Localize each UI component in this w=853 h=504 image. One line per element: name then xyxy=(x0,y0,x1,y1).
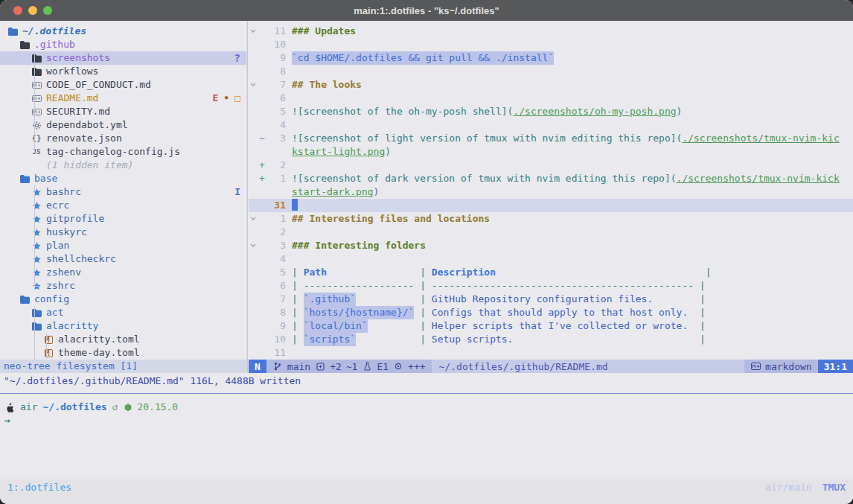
code-segment xyxy=(688,306,700,319)
pane-separator-vertical[interactable] xyxy=(246,21,248,373)
file-path: ~/.dotfiles/.github/README.md xyxy=(432,360,744,373)
minimize-button[interactable] xyxy=(28,6,37,15)
editor-line[interactable]: 6| ------------------- | ---------------… xyxy=(249,279,853,293)
fold-chevron-icon[interactable] xyxy=(249,78,258,92)
tree-item[interactable]: README.mdE•□ xyxy=(0,92,246,105)
markdown-file-icon xyxy=(31,109,42,115)
editor-line[interactable]: 10| `scripts` | Setup scripts. | xyxy=(249,333,853,346)
line-number: 9 xyxy=(266,51,286,65)
tree-item[interactable]: gitprofile xyxy=(0,212,246,226)
prompt-hostname: air xyxy=(20,401,37,414)
code-segment: | xyxy=(700,319,706,333)
editor-line[interactable]: ~3![screenshot of light version of tmux … xyxy=(249,132,853,145)
editor-line[interactable]: 5| Path | Description | xyxy=(249,266,853,279)
item-badge: □ xyxy=(234,92,240,105)
editor-line[interactable]: start-dark.png) xyxy=(249,185,853,199)
close-button[interactable] xyxy=(13,6,22,15)
tmux-pane-divider[interactable] xyxy=(0,393,853,394)
window-title: main:1:.dotfiles - "ks~/.dotfiles" xyxy=(354,5,499,16)
fold-chevron-icon[interactable] xyxy=(249,212,258,226)
tree-item[interactable]: SECURITY.md xyxy=(0,105,246,118)
maximize-button[interactable] xyxy=(43,6,52,15)
editor-line[interactable]: 31 xyxy=(249,199,853,212)
editor-line[interactable]: 9| `local/bin` | Helper scripts that I'v… xyxy=(249,319,853,333)
editor-line[interactable]: 2 xyxy=(249,226,853,239)
editor-line[interactable]: 1## Interesting files and locations xyxy=(249,212,853,226)
editor-line[interactable]: 3### Interesting folders xyxy=(249,239,853,252)
line-number: 6 xyxy=(266,279,286,293)
editor-line[interactable]: +1![screenshot of dark version of tmux w… xyxy=(249,172,853,185)
prompt-arrow[interactable]: → xyxy=(0,414,10,427)
tree-item[interactable]: alacritty xyxy=(0,319,246,333)
fold-chevron-icon[interactable] xyxy=(249,239,258,252)
editor-line[interactable]: 6 xyxy=(249,92,853,105)
line-number: 7 xyxy=(266,293,286,306)
tree-item[interactable]: workflows xyxy=(0,65,246,78)
text-cursor xyxy=(292,199,298,211)
tree-item[interactable]: config xyxy=(0,293,246,306)
editor-line[interactable]: 7| `.github` | GitHub Repository configu… xyxy=(249,293,853,306)
tree-item[interactable]: ecrc xyxy=(0,199,246,212)
code-segment: | xyxy=(292,319,304,333)
tree-item[interactable]: act xyxy=(0,306,246,319)
tree-item[interactable]: CODE_OF_CONDUCT.md xyxy=(0,78,246,92)
editor-line[interactable]: +2 xyxy=(249,159,853,172)
code-segment: Setup scripts. xyxy=(432,333,514,346)
git-sign xyxy=(258,346,266,360)
tree-item[interactable]: {}renovate.json xyxy=(0,132,246,145)
line-number: 3 xyxy=(266,132,286,145)
config-star-icon xyxy=(31,255,42,264)
tree-item[interactable]: base xyxy=(0,172,246,185)
neotree-sidebar: ~/.dotfiles.githubscreenshots?workflowsC… xyxy=(0,21,246,360)
fold-chevron-icon[interactable] xyxy=(249,25,258,38)
git-sign xyxy=(258,266,266,279)
tree-item-label: shellcheckrc xyxy=(46,252,116,266)
tree-item[interactable]: dependabot.yml xyxy=(0,118,246,132)
line-number: 11 xyxy=(266,346,286,360)
editor-line[interactable]: 9`cd $HOME/.dotfiles && git pull && ./in… xyxy=(249,51,853,65)
git-sign: + xyxy=(258,159,266,172)
editor-line[interactable]: 4 xyxy=(249,118,853,132)
code-segment: Helper scripts that I've collected or wr… xyxy=(432,319,688,333)
editor-line[interactable]: 4 xyxy=(249,252,853,266)
fold-column xyxy=(249,145,258,159)
code-segment xyxy=(688,319,700,333)
tree-item-label: workflows xyxy=(46,65,98,78)
fold-column xyxy=(249,306,258,319)
flask-icon xyxy=(362,362,372,371)
editor-pane[interactable]: 11### Updates109`cd $HOME/.dotfiles && g… xyxy=(249,21,853,360)
tree-item[interactable]: ~/.dotfiles xyxy=(0,25,246,38)
code-segment: | xyxy=(292,333,304,346)
code-segment: | xyxy=(706,266,712,279)
item-badge: • xyxy=(223,92,229,105)
tree-item[interactable]: (1 hidden item) xyxy=(0,159,246,172)
editor-line[interactable]: 5![screenshot of the oh-my-posh shell](.… xyxy=(249,105,853,118)
tree-item[interactable]: huskyrc xyxy=(0,226,246,239)
editor-line[interactable]: 10 xyxy=(249,38,853,51)
tree-item[interactable]: screenshots? xyxy=(0,51,246,65)
tree-item[interactable]: Mtheme-day.toml xyxy=(0,346,246,360)
editor-line[interactable]: 8 xyxy=(249,65,853,78)
tree-item[interactable]: plan xyxy=(0,239,246,252)
tree-item-label: gitprofile xyxy=(46,212,104,226)
tree-item-label: screenshots xyxy=(46,51,110,65)
tree-item[interactable]: .github xyxy=(0,38,246,51)
tree-item[interactable]: Malacritty.toml xyxy=(0,333,246,346)
editor-line[interactable]: 11### Updates xyxy=(249,25,853,38)
git-sign xyxy=(258,78,266,92)
folder-icon xyxy=(31,309,42,317)
editor-line[interactable]: 11 xyxy=(249,346,853,360)
json-file-icon: {} xyxy=(31,132,42,145)
tmux-window-tab[interactable]: 1:.dotfiles xyxy=(7,482,71,493)
editor-line[interactable]: 7## The looks xyxy=(249,78,853,92)
diff-added-count: +2 xyxy=(330,361,342,372)
line-number: 10 xyxy=(266,333,286,346)
diff-icon xyxy=(315,363,325,371)
tree-item-label: ~/.dotfiles xyxy=(22,25,86,38)
tree-item[interactable]: shellcheckrc xyxy=(0,252,246,266)
editor-line[interactable]: kstart-light.png) xyxy=(249,145,853,159)
filetype-label: markdown xyxy=(765,361,812,372)
tree-item[interactable]: bashrcI xyxy=(0,185,246,199)
editor-line[interactable]: 8| `hosts/{hostname}/` | Configs that sh… xyxy=(249,306,853,319)
tree-item[interactable]: zshenv xyxy=(0,266,246,279)
